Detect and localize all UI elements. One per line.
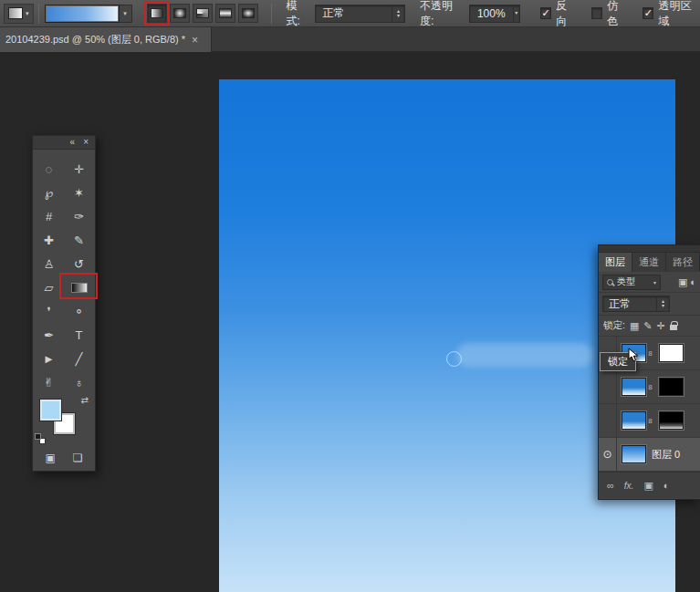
- radial-gradient-button[interactable]: [170, 4, 190, 23]
- layer-filter-row: 类型 ▾ ▣ ◐: [599, 272, 700, 293]
- lock-all-icon[interactable]: [670, 325, 677, 330]
- blend-mode-dropdown[interactable]: 正常 ▴▾: [315, 5, 405, 23]
- layer-row-masked-3[interactable]: 8: [599, 404, 700, 438]
- zoom-tool[interactable]: ♁: [64, 370, 94, 394]
- brush-tool[interactable]: ✎: [64, 228, 94, 252]
- transparency-label: 透明区域: [658, 0, 700, 29]
- collapse-panel-icon[interactable]: «: [70, 138, 76, 147]
- layer-blend-row: 正常 ▴▾: [599, 293, 700, 316]
- layer-thumbnail[interactable]: [622, 411, 646, 430]
- foreground-color-swatch[interactable]: [40, 400, 61, 421]
- spinner-arrows-icon: ▴▾: [392, 5, 404, 22]
- mouse-cursor-icon: [628, 348, 639, 366]
- gradient-tool[interactable]: [64, 275, 94, 299]
- eyedropper-tool[interactable]: ✑: [64, 204, 94, 228]
- visibility-toggle[interactable]: [599, 370, 617, 403]
- layer-name[interactable]: 图层 0: [652, 448, 680, 462]
- line-tool[interactable]: ╱: [64, 347, 94, 370]
- mode-label: 模式:: [287, 0, 310, 29]
- healing-brush-icon: ✚: [44, 234, 54, 247]
- default-colors-icon[interactable]: [35, 433, 46, 444]
- tools-panel-header[interactable]: « ×: [33, 136, 95, 150]
- separator: [271, 4, 272, 24]
- layer-style-icon[interactable]: fx.: [624, 481, 634, 491]
- transparency-checkbox[interactable]: ✓: [643, 7, 653, 19]
- history-brush-icon: ↺: [74, 257, 84, 271]
- lock-label: 锁定:: [603, 319, 625, 332]
- layer-row-masked-2[interactable]: 8: [599, 370, 700, 404]
- tool-preset-picker[interactable]: ▾: [4, 4, 34, 24]
- move-icon: ✛: [74, 162, 84, 176]
- clone-stamp-icon: ♙: [44, 257, 55, 271]
- path-selection-tool[interactable]: ►: [34, 347, 64, 370]
- layer-mask-thumbnail[interactable]: [659, 378, 684, 396]
- tab-layers[interactable]: 图层: [599, 253, 632, 272]
- swap-colors-icon[interactable]: ⇄: [81, 395, 89, 405]
- healing-brush-tool[interactable]: ✚: [34, 228, 64, 252]
- pen-tool[interactable]: ✒: [34, 323, 64, 347]
- transparency-checkbox-group: ✓ 透明区域: [643, 0, 700, 29]
- filter-pixel-icon[interactable]: ▣: [678, 276, 687, 288]
- screen-mode-icon[interactable]: ❏: [73, 452, 83, 464]
- layer-thumbnail[interactable]: [622, 445, 646, 463]
- options-bar: ▾ ▾ 模式: 正常 ▴▾ 不透明度: 100%: [0, 0, 700, 27]
- type-tool[interactable]: T: [64, 323, 94, 347]
- filter-adjustment-icon[interactable]: ◐: [690, 276, 696, 288]
- opacity-dropdown[interactable]: 100% ▾: [469, 5, 520, 23]
- type-icon: T: [76, 328, 83, 342]
- layer-mask-thumbnail[interactable]: [659, 411, 684, 430]
- quick-mask-icon[interactable]: ▣: [45, 452, 55, 464]
- reverse-checkbox-group: ✓ 反向: [540, 0, 577, 29]
- lock-image-icon[interactable]: ✎: [643, 320, 652, 332]
- lock-transparency-icon[interactable]: ▦: [630, 320, 639, 332]
- close-tab-icon[interactable]: ×: [192, 34, 198, 47]
- blur-tool[interactable]: ❜: [34, 299, 64, 323]
- elliptical-marquee-tool[interactable]: ◌: [34, 157, 64, 181]
- layer-filter-dropdown[interactable]: 类型 ▾: [602, 275, 661, 290]
- layer-mask-thumbnail[interactable]: [659, 344, 684, 362]
- add-mask-icon[interactable]: ▣: [643, 480, 653, 492]
- crop-tool[interactable]: #: [34, 204, 64, 228]
- move-tool[interactable]: ✛: [64, 157, 94, 181]
- eraser-tool[interactable]: ▱: [34, 275, 64, 299]
- blur-icon: ❜: [47, 305, 50, 318]
- visibility-toggle[interactable]: ⊙: [599, 438, 617, 471]
- angle-gradient-icon: [196, 8, 209, 18]
- layer-thumbnail[interactable]: [622, 378, 646, 396]
- hand-tool[interactable]: ✌: [34, 370, 64, 394]
- tab-channels[interactable]: 通道: [632, 253, 666, 272]
- visibility-toggle[interactable]: [599, 404, 617, 437]
- tab-paths[interactable]: 路径: [666, 253, 700, 272]
- layers-panel-tabs: 图层 通道 路径: [599, 253, 700, 272]
- dither-checkbox[interactable]: [591, 7, 602, 19]
- angle-gradient-button[interactable]: [193, 4, 213, 23]
- layer-row-layer-0[interactable]: ⊙ 图层 0: [599, 438, 700, 472]
- magic-wand-tool[interactable]: ✶: [64, 181, 94, 204]
- radial-gradient-icon: [173, 8, 186, 18]
- gradient-preview[interactable]: [45, 5, 120, 23]
- reflected-gradient-button[interactable]: [215, 4, 235, 23]
- tools-panel: « × ◌ ✛ ℘ ✶ # ✑ ✚ ✎ ♙ ↺ ▱ ❜ ⚬ ✒ T ► ╱ ✌ …: [32, 135, 96, 472]
- magic-wand-icon: ✶: [74, 186, 84, 200]
- history-brush-tool[interactable]: ↺: [64, 252, 94, 275]
- layer-blend-mode-dropdown[interactable]: 正常 ▴▾: [602, 296, 670, 312]
- layers-panel: 图层 通道 路径 类型 ▾ ▣ ◐ 正常 ▴▾ 锁定: ▦ ✎ ✛ 8: [598, 244, 700, 500]
- lasso-tool[interactable]: ℘: [34, 181, 64, 204]
- panel-drag-bar[interactable]: [599, 245, 700, 253]
- close-panel-icon[interactable]: ×: [83, 138, 89, 147]
- clone-stamp-tool[interactable]: ♙: [34, 252, 64, 275]
- reverse-checkbox[interactable]: ✓: [540, 7, 551, 19]
- gradient-picker-arrow[interactable]: ▾: [120, 5, 132, 23]
- dodge-tool[interactable]: ⚬: [64, 299, 94, 323]
- link-layers-icon[interactable]: ∞: [607, 480, 614, 491]
- adjustment-layer-icon[interactable]: ◐: [663, 480, 670, 491]
- linear-gradient-icon: [151, 8, 163, 18]
- lock-position-icon[interactable]: ✛: [657, 320, 665, 332]
- gradient-tool-preset-icon: [8, 7, 23, 19]
- blend-mode-value: 正常: [316, 5, 392, 21]
- linear-gradient-button[interactable]: [147, 4, 167, 23]
- color-swatch-area: ⇄: [33, 394, 95, 447]
- document-tab[interactable]: 20104239.psd @ 50% (图层 0, RGB/8) * ×: [0, 27, 212, 52]
- chevron-down-icon: ▾: [26, 10, 29, 17]
- diamond-gradient-button[interactable]: [238, 4, 258, 23]
